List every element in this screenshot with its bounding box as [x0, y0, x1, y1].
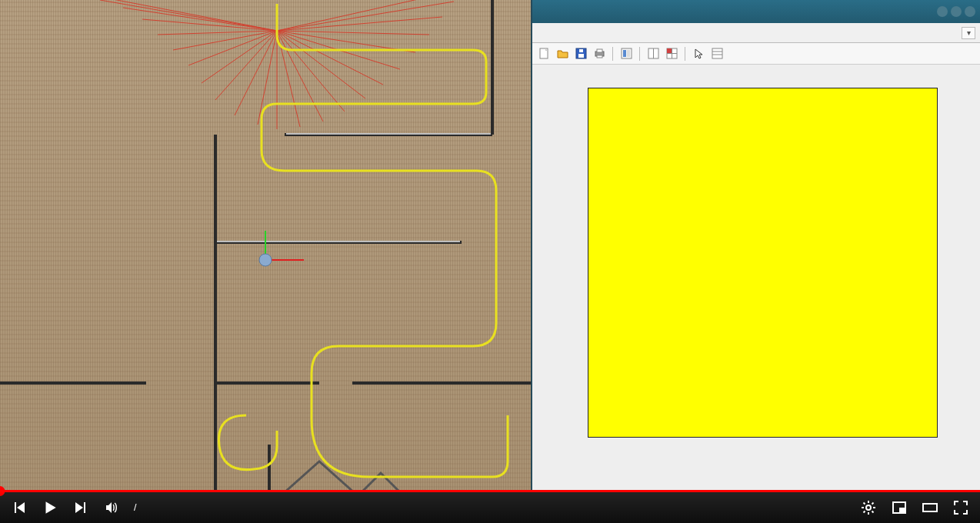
- figure-titlebar[interactable]: [532, 0, 980, 23]
- next-icon[interactable]: [72, 499, 89, 516]
- menu-insert[interactable]: [583, 31, 595, 35]
- svg-rect-45: [623, 50, 626, 57]
- menu-file[interactable]: [537, 31, 549, 35]
- link-icon[interactable]: [618, 45, 635, 62]
- svg-rect-52: [667, 48, 672, 53]
- open-folder-icon[interactable]: [554, 45, 571, 62]
- svg-line-15: [277, 31, 365, 98]
- menu-more-icon[interactable]: ▾: [962, 27, 975, 39]
- menu-view[interactable]: [568, 31, 580, 35]
- simulation-scene: [0, 0, 531, 492]
- tile1-icon[interactable]: [645, 45, 662, 62]
- svg-line-21: [277, 2, 454, 31]
- theater-icon[interactable]: [922, 499, 938, 516]
- new-file-icon[interactable]: [535, 45, 552, 62]
- toolbar-sep: [612, 47, 613, 61]
- figure-toolbar: [532, 43, 980, 65]
- figure-menubar: ▾: [532, 23, 980, 43]
- svg-rect-42: [597, 49, 602, 52]
- pointer-icon[interactable]: [690, 45, 707, 62]
- simulation-viewport[interactable]: [0, 0, 531, 492]
- play-icon[interactable]: [42, 499, 58, 516]
- tile2-icon[interactable]: [663, 45, 680, 62]
- svg-rect-46: [627, 50, 630, 57]
- axes[interactable]: [588, 88, 938, 438]
- svg-rect-53: [712, 48, 722, 58]
- video-controls: /: [0, 492, 980, 523]
- origin-gizmo: [259, 231, 304, 266]
- menu-edit[interactable]: [552, 31, 565, 35]
- svg-line-14: [277, 31, 345, 112]
- svg-rect-40: [579, 49, 583, 52]
- svg-line-13: [277, 31, 323, 122]
- svg-rect-44: [622, 48, 632, 58]
- application-workspace: ▾: [0, 0, 980, 492]
- toolbar-sep: [639, 47, 640, 61]
- properties-icon[interactable]: [708, 45, 725, 62]
- print-icon[interactable]: [591, 45, 608, 62]
- svg-line-10: [258, 31, 277, 125]
- menu-tools[interactable]: [598, 31, 611, 35]
- maximize-icon[interactable]: [951, 6, 962, 17]
- svg-rect-39: [578, 54, 584, 58]
- svg-point-36: [259, 254, 272, 266]
- miniplayer-icon[interactable]: [891, 499, 908, 516]
- close-icon[interactable]: [965, 6, 975, 17]
- previous-icon[interactable]: [11, 499, 28, 516]
- axes-content: [588, 88, 937, 437]
- video-time: /: [134, 502, 137, 513]
- toolbar-sep: [685, 47, 685, 61]
- svg-rect-58: [899, 508, 905, 512]
- save-icon[interactable]: [572, 45, 589, 62]
- volume-icon[interactable]: [103, 499, 120, 516]
- minimize-icon[interactable]: [937, 6, 948, 17]
- svg-rect-59: [923, 504, 937, 511]
- menu-window[interactable]: [629, 31, 642, 35]
- menu-desktop[interactable]: [614, 31, 626, 35]
- menu-help[interactable]: [645, 31, 657, 35]
- fullscreen-icon[interactable]: [952, 499, 969, 516]
- simulation-stats-overlay: [6, 0, 22, 129]
- svg-line-20: [277, 17, 442, 31]
- svg-line-1: [100, 0, 277, 31]
- svg-point-56: [866, 505, 871, 510]
- figure-canvas[interactable]: [532, 65, 980, 492]
- svg-rect-43: [597, 55, 602, 58]
- figure-window: ▾: [531, 0, 980, 492]
- svg-line-8: [215, 31, 277, 100]
- settings-icon[interactable]: [860, 499, 877, 516]
